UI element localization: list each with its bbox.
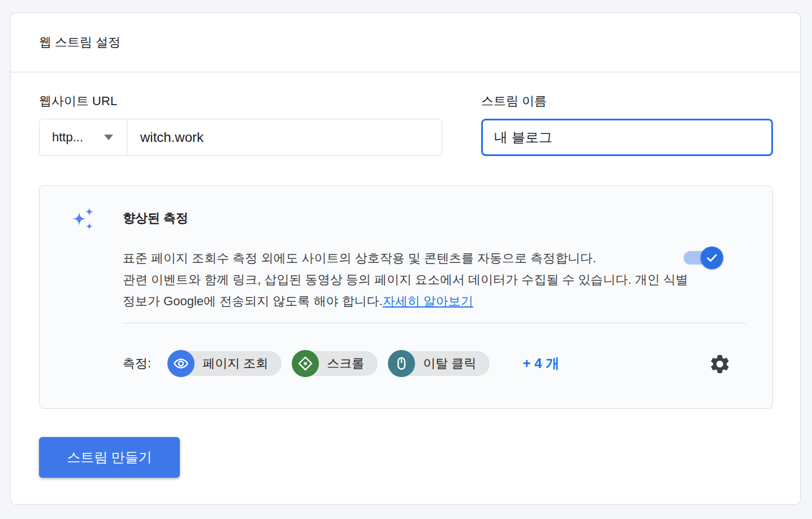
caret-down-icon bbox=[104, 135, 113, 140]
card-body: 웹사이트 URL http... 스트림 이름 bbox=[11, 72, 800, 505]
protocol-value: http... bbox=[52, 130, 83, 145]
enhanced-measurement-header: 향상된 측정 bbox=[70, 205, 772, 232]
learn-more-link[interactable]: 자세히 알아보기 bbox=[383, 294, 473, 308]
chip-page-view: 페이지 조회 bbox=[167, 351, 282, 376]
measurement-row: 측정: 페이지 조회 bbox=[123, 350, 772, 377]
create-stream-button[interactable]: 스트림 만들기 bbox=[39, 437, 180, 478]
website-url-column: 웹사이트 URL http... bbox=[39, 93, 442, 156]
measurement-settings-button[interactable] bbox=[709, 353, 731, 375]
card-header: 웹 스트림 설정 bbox=[11, 13, 800, 72]
website-url-group: http... bbox=[39, 119, 442, 156]
description-line-text: 정보가 Google에 전송되지 않도록 해야 합니다. bbox=[123, 294, 383, 308]
chip-label: 이탈 클릭 bbox=[423, 355, 476, 372]
gear-icon bbox=[709, 353, 731, 375]
website-url-input[interactable] bbox=[127, 119, 442, 155]
description-line: 표준 페이지 조회수 측정 외에도 사이트의 상호작용 및 콘텐츠를 자동으로 … bbox=[123, 248, 772, 269]
protocol-dropdown[interactable]: http... bbox=[40, 119, 127, 155]
enhanced-measurement-toggle[interactable] bbox=[684, 246, 723, 269]
chip-outbound-click: 이탈 클릭 bbox=[388, 351, 490, 376]
chip-label: 스크롤 bbox=[327, 355, 364, 372]
description-line: 정보가 Google에 전송되지 않도록 해야 합니다.자세히 알아보기 bbox=[123, 291, 772, 312]
more-measurements-link[interactable]: + 4 개 bbox=[522, 354, 559, 373]
enhanced-measurement-card: 향상된 측정 표준 페이지 조회수 측정 외에도 사이트의 상호작용 및 콘텐츠… bbox=[39, 185, 773, 409]
stream-name-column: 스트림 이름 bbox=[481, 93, 773, 156]
toggle-thumb bbox=[701, 246, 723, 269]
sparkle-icon bbox=[70, 205, 97, 232]
enhanced-measurement-description: 표준 페이지 조회수 측정 외에도 사이트의 상호작용 및 콘텐츠를 자동으로 … bbox=[123, 248, 772, 312]
stream-name-label: 스트림 이름 bbox=[481, 93, 773, 109]
eye-icon bbox=[167, 350, 195, 377]
check-icon bbox=[706, 252, 718, 264]
chip-scroll: 스크롤 bbox=[292, 351, 378, 376]
description-line: 관련 이벤트와 함께 링크, 삽입된 동영상 등의 페이지 요소에서 데이터가 … bbox=[123, 269, 772, 291]
scroll-icon bbox=[292, 350, 319, 377]
website-url-label: 웹사이트 URL bbox=[39, 93, 442, 109]
enhanced-measurement-title: 향상된 측정 bbox=[123, 205, 188, 232]
measurement-label: 측정: bbox=[123, 355, 151, 372]
stream-name-input[interactable] bbox=[481, 119, 773, 156]
stream-form-row: 웹사이트 URL http... 스트림 이름 bbox=[39, 93, 772, 156]
mouse-icon bbox=[388, 350, 415, 377]
measurement-divider bbox=[123, 323, 746, 323]
web-stream-settings-card: 웹 스트림 설정 웹사이트 URL http... 스트림 이름 bbox=[10, 12, 801, 505]
page-title: 웹 스트림 설정 bbox=[39, 34, 120, 51]
chip-label: 페이지 조회 bbox=[202, 355, 268, 372]
